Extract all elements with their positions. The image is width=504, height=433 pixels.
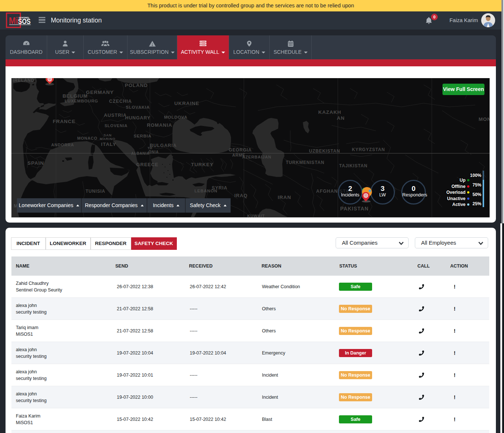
svg-text:LEBANON: LEBANON [195,189,217,193]
svg-text:TAJIKISTAN: TAJIKISTAN [339,163,368,168]
svg-text:GEORGIA: GEORGIA [229,147,252,153]
svg-text:IRAQ: IRAQ [234,193,248,198]
svg-text:LUXEMBOURG: LUXEMBOURG [64,99,98,103]
svg-text:GERMANY: GERMANY [86,90,113,95]
svg-text:IRAN: IRAN [278,195,291,200]
svg-text:SPAIN: SPAIN [28,160,44,166]
svg-text:HUNGARY: HUNGARY [125,115,150,121]
svg-text:CZECHIA: CZECHIA [109,99,132,104]
svg-text:TUNISIA: TUNISIA [85,189,105,194]
svg-text:UKRAINE: UKRAINE [174,101,199,106]
svg-text:PAKISTAN: PAKISTAN [340,206,368,212]
svg-text:TURKEY: TURKEY [191,162,214,167]
svg-text:AZERBAIJAN: AZERBAIJAN [242,155,272,159]
svg-text:ROMANIA: ROMANIA [147,122,172,128]
svg-text:MOLDOVA: MOLDOVA [164,115,188,119]
svg-text:TURKMENISTAN: TURKMENISTAN [286,160,325,165]
svg-text:POLAND: POLAND [125,83,148,88]
svg-text:SLOVENIA: SLOVENIA [105,123,128,128]
svg-text:AN: AN [337,115,344,121]
svg-text:UZBEKISTAN: UZBEKISTAN [309,149,340,154]
svg-text:IRELAND: IRELAND [13,78,35,83]
svg-text:KUWAIT: KUWAIT [247,214,265,217]
svg-text:FRANCE: FRANCE [53,119,76,124]
svg-text:GREECE: GREECE [136,162,158,167]
svg-text:KAZAKH: KAZAKH [318,109,341,115]
svg-text:BULGARIA: BULGARIA [150,143,176,148]
svg-text:SERBIA: SERBIA [134,134,151,138]
svg-text:BELGIUM: BELGIUM [63,93,88,99]
svg-text:SLOVAKIA: SLOVAKIA [126,105,150,109]
svg-text:MARINO: MARINO [100,137,116,141]
svg-text:KYRGYZSTAN: KYRGYZSTAN [352,147,385,152]
svg-text:MON: MON [479,116,490,122]
svg-text:AUSTRIA: AUSTRIA [104,113,127,118]
svg-text:ALBANIA: ALBANIA [131,151,150,156]
svg-text:ITALY: ITALY [101,142,116,147]
svg-text:ONIA: ONIA [148,150,159,154]
svg-text:MONACO: MONACO [77,136,98,140]
svg-text:ANDORRA: ANDORRA [51,143,74,147]
svg-text:SOS: SOS [18,17,31,25]
